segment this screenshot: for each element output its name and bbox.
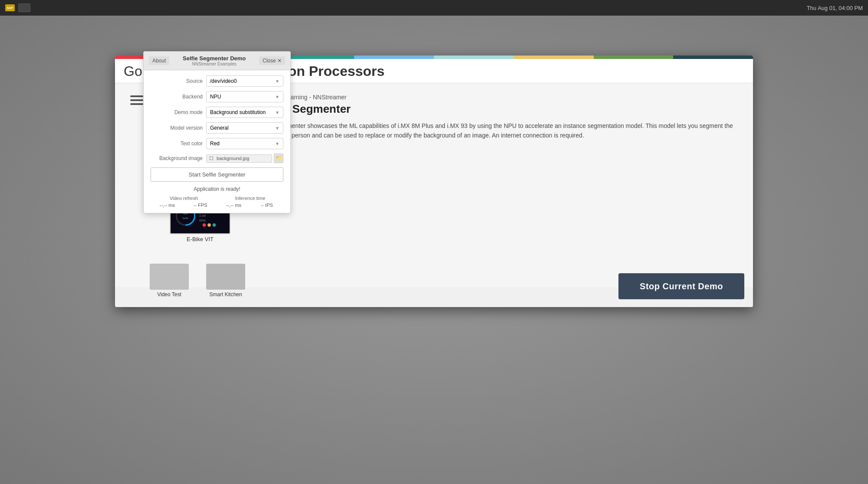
stop-current-demo-button[interactable]: Stop Current Demo xyxy=(618,273,744,299)
demo-panel-header: About Selfie Segmenter Demo NNStreamer E… xyxy=(144,52,290,70)
video-ms-value: --,-- ms xyxy=(151,203,184,208)
inference-ms-value: --,-- ms xyxy=(217,203,250,208)
model-version-select[interactable]: General ▼ xyxy=(206,122,283,134)
bottom-thumbs: Video Test Smart Kitchen xyxy=(141,264,254,302)
bg-image-label: Background image xyxy=(151,155,203,161)
file-checkbox[interactable]: ☐ xyxy=(209,156,214,161)
source-row: Source /dev/video0 ▼ xyxy=(151,75,283,87)
file-name-display: ☐ background.jpg xyxy=(206,154,272,163)
info-title: Selfie Segmenter xyxy=(259,102,736,116)
taskbar: NXP Thu Aug 01, 04:00 PM xyxy=(0,0,868,16)
video-refresh-label: Video refresh xyxy=(151,196,217,201)
demo-panel: About Selfie Segmenter Demo NNStreamer E… xyxy=(143,51,291,213)
about-button[interactable]: About xyxy=(149,56,169,65)
bg-image-row: Background image ☐ background.jpg 📁 xyxy=(151,154,283,163)
backend-label: Backend xyxy=(151,94,203,100)
svg-text:NXP: NXP xyxy=(7,7,13,10)
source-arrow-icon: ▼ xyxy=(275,79,279,84)
svg-text:km/h: km/h xyxy=(183,217,188,219)
info-description: Selfie Segmenter showcases the ML capabi… xyxy=(259,121,736,141)
text-color-label: Text color xyxy=(151,141,203,147)
svg-point-29 xyxy=(207,223,211,227)
text-color-value: Red xyxy=(210,141,220,147)
svg-point-28 xyxy=(203,223,206,227)
backend-value: NPU xyxy=(210,94,221,100)
text-color-row: Text color Red ▼ xyxy=(151,138,283,149)
source-value: /dev/video0 xyxy=(210,78,237,84)
bottom-thumb-video-label: Video Test xyxy=(150,291,189,298)
video-fps-value: -- FPS xyxy=(184,203,217,208)
demo-mode-select[interactable]: Background substitution ▼ xyxy=(206,107,283,118)
file-input-group: ☐ background.jpg 📁 xyxy=(206,154,283,163)
demo-panel-title: Selfie Segmenter Demo xyxy=(169,55,259,62)
taskbar-left: NXP xyxy=(5,3,30,12)
file-name-text: background.jpg xyxy=(217,156,249,161)
thumbnail-ebike-label: E-Bike VIT xyxy=(157,236,243,242)
model-version-row: Model version General ▼ xyxy=(151,122,283,134)
taskbar-time: Thu Aug 01, 04:00 PM xyxy=(807,5,863,11)
color-bar-yellow xyxy=(514,56,594,59)
demo-mode-arrow-icon: ▼ xyxy=(275,110,279,115)
close-panel-button[interactable]: Close ✕ xyxy=(259,56,285,65)
demo-panel-subtitle: NNStreamer Examples xyxy=(169,62,259,66)
demo-form: Source /dev/video0 ▼ Backend NPU ▼ Demo … xyxy=(144,70,290,213)
demo-mode-row: Demo mode Background substitution ▼ xyxy=(151,107,283,118)
stats-labels-row: Video refresh Inference time xyxy=(151,196,283,201)
text-color-select[interactable]: Red ▼ xyxy=(206,138,283,149)
source-select[interactable]: /dev/video0 ▼ xyxy=(206,75,283,87)
info-panel: Machine Learning - NNStreamer Selfie Seg… xyxy=(250,90,744,280)
backend-arrow-icon: ▼ xyxy=(275,95,279,99)
svg-point-30 xyxy=(213,223,216,227)
source-label: Source xyxy=(151,78,203,84)
backend-row: Backend NPU ▼ xyxy=(151,91,283,102)
model-version-arrow-icon: ▼ xyxy=(275,126,279,131)
app-status: Application is ready! xyxy=(151,186,283,192)
info-category: Machine Learning - NNStreamer xyxy=(259,94,736,101)
stats-values-row: --,-- ms -- FPS --,-- ms -- IPS xyxy=(151,203,283,208)
color-bar-dark xyxy=(673,56,753,59)
hamburger-line-1 xyxy=(130,95,143,97)
svg-text:3.2M: 3.2M xyxy=(199,214,206,217)
start-selfie-segmenter-button[interactable]: Start Selfie Segmenter xyxy=(151,167,283,182)
nxp-icon: NXP xyxy=(5,4,15,11)
color-bar-blue xyxy=(354,56,434,59)
backend-select[interactable]: NPU ▼ xyxy=(206,91,283,102)
demo-mode-label: Demo mode xyxy=(151,109,203,115)
inference-ips-value: -- IPS xyxy=(250,203,284,208)
hamburger-line-3 xyxy=(130,103,143,105)
taskbar-window-btn[interactable] xyxy=(18,3,30,12)
bottom-thumb-video-test[interactable]: Video Test xyxy=(150,264,189,298)
demo-mode-value: Background substitution xyxy=(210,109,266,115)
text-color-arrow-icon: ▼ xyxy=(275,141,279,146)
svg-text:RPM: RPM xyxy=(199,219,206,222)
color-bar-light-blue xyxy=(434,56,514,59)
inference-time-label: Inference time xyxy=(217,196,283,201)
bottom-thumb-kitchen-img xyxy=(206,264,245,290)
bottom-thumb-kitchen-label: Smart Kitchen xyxy=(206,291,245,298)
bottom-thumb-smart-kitchen[interactable]: Smart Kitchen xyxy=(206,264,245,298)
color-bar-green xyxy=(594,56,674,59)
hamburger-line-2 xyxy=(130,99,143,101)
bottom-thumb-video-img xyxy=(150,264,189,290)
model-version-value: General xyxy=(210,125,229,131)
file-browse-button[interactable]: 📁 xyxy=(274,154,283,163)
model-version-label: Model version xyxy=(151,125,203,131)
